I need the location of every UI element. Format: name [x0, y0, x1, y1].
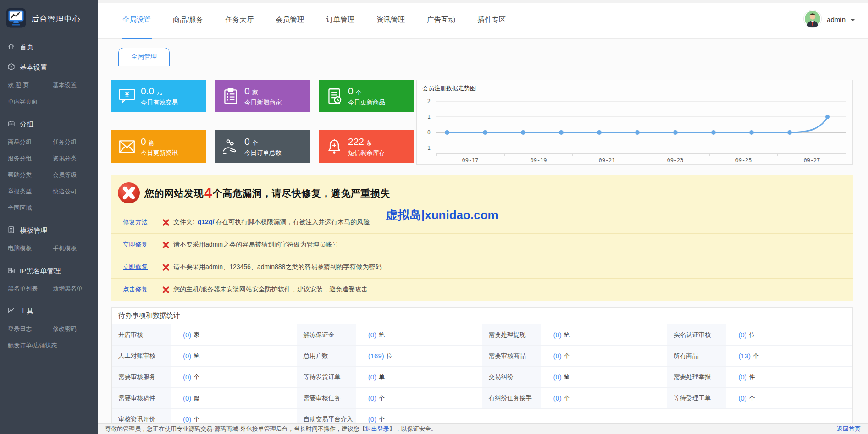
clipboard-icon [221, 87, 240, 106]
todo-row: 人工对账审核(0)笔 总用户数(169)位 需要审核商品(0)个 所有商品(13… [112, 345, 852, 366]
stat-label: 短信剩余库存 [348, 149, 385, 157]
sidebar-subitem[interactable]: 单内容页面 [8, 93, 53, 110]
nav-tab-orders[interactable]: 订单管理 [315, 0, 365, 39]
todo-title: 待办事项和数据统计 [112, 308, 852, 324]
sidebar-subitem[interactable]: 商品分组 [8, 134, 53, 150]
svg-text:¥: ¥ [125, 90, 129, 98]
fix-method-link[interactable]: 修复方法 [123, 218, 153, 226]
top-strip [98, 0, 868, 3]
stat-card-order-total: 0个 今日订单总数 [215, 130, 310, 163]
home-icon [7, 43, 15, 52]
stat-label: 今日更新资讯 [141, 149, 178, 157]
chart-title: 会员注册数据走势图 [417, 80, 852, 93]
todo-cell: 需要审核任务(0)个 [297, 388, 482, 408]
todo-row: 开店审核(0)家 解冻保证金(0)笔 需要处理提现(0)笔 实名认证审核(0)位 [112, 324, 852, 345]
nav-tab-global-settings[interactable]: 全局设置 [111, 0, 162, 39]
stat-value: 0.0 [141, 86, 154, 97]
sidebar-section-home[interactable]: 首页 [0, 37, 98, 57]
sidebar-subitem[interactable]: 举报类型 [8, 183, 53, 200]
sidebar-subitem[interactable]: 全国区域 [8, 200, 53, 216]
sidebar-subitem[interactable]: 新增黑名单 [53, 280, 98, 297]
sidebar-subitem[interactable]: 电脑模板 [8, 240, 53, 257]
file-icon [7, 226, 15, 235]
top-bar: 全局设置 商品/服务 任务大厅 会员管理 订单管理 资讯管理 广告互动 插件专区 [98, 0, 868, 39]
security-warning-panel: 您的网站发现4个高危漏洞，请尽快修复，避免严重损失 虚拟岛|xunidao.co… [111, 175, 853, 301]
cube-icon [7, 63, 15, 72]
logo-row: 后台管理中心 [0, 0, 98, 36]
click-fix-link[interactable]: 点击修复 [123, 286, 153, 294]
fix-now-link[interactable]: 立即修复 [123, 241, 153, 249]
trend-icon [7, 307, 15, 316]
watermark: 虚拟岛|xunidao.com [386, 207, 498, 223]
stat-value: 0 [348, 86, 354, 97]
sidebar-subitem[interactable]: 会员等级 [53, 167, 98, 183]
stat-value: 0 [244, 136, 250, 147]
tab-global-management[interactable]: 全局管理 [118, 48, 170, 66]
bell-plus-icon [325, 137, 344, 156]
sidebar-submenu-basic: 欢 迎 页 基本设置 单内容页面 [0, 77, 98, 114]
sidebar-section-groups[interactable]: 分组 [0, 114, 98, 134]
todo-cell: 实名认证审核(0)位 [667, 324, 852, 345]
todo-cell: 总用户数(169)位 [297, 346, 482, 366]
logout-link[interactable]: 退出登录 [365, 425, 389, 432]
nav-tab-ads[interactable]: 广告互动 [416, 0, 466, 39]
stat-label: 今日更新商品 [348, 99, 385, 107]
sidebar-submenu-tools: 登录日志 修改密码 触发订单/店铺状态 [0, 321, 98, 357]
member-chart-panel: 会员注册数据走势图 210-109-1709-1909-2109-2309-25… [416, 80, 853, 165]
red-x-icon [162, 286, 169, 293]
sidebar-subitem[interactable]: 资讯分类 [53, 150, 98, 167]
stat-value: 222 [348, 136, 364, 147]
nav-tab-news[interactable]: 资讯管理 [365, 0, 416, 39]
sidebar-submenu-templates: 电脑模板 手机模板 [0, 240, 98, 260]
sidebar-subitem[interactable]: 快递公司 [53, 183, 98, 200]
todo-cell: 交易纠纷(0)笔 [482, 367, 668, 387]
nav-tab-members[interactable]: 会员管理 [265, 0, 315, 39]
back-home-link[interactable]: 返回首页 [837, 425, 861, 433]
svg-text:09-19: 09-19 [530, 157, 547, 164]
sidebar-subitem[interactable]: 黑名单列表 [8, 280, 53, 297]
red-x-icon [162, 219, 169, 226]
sidebar-subitem[interactable]: 基本设置 [53, 77, 98, 93]
nav-tab-task-hall[interactable]: 任务大厅 [214, 0, 265, 39]
sidebar-subitem[interactable]: 修改密码 [53, 321, 98, 337]
svg-text:09-21: 09-21 [598, 157, 615, 164]
stat-card-sms-stock: 222条 短信剩余库存 [319, 130, 414, 163]
todo-cell: 等待发货订单(0)单 [297, 367, 482, 387]
fix-now-link[interactable]: 立即修复 [123, 263, 153, 271]
svg-text:09-27: 09-27 [803, 157, 820, 164]
sidebar-subitem[interactable]: 帮助分类 [8, 167, 53, 183]
svg-text:1: 1 [427, 114, 431, 120]
todo-cell: 所有商品(13)个 [667, 346, 852, 366]
sidebar-subitem[interactable]: 手机模板 [53, 240, 98, 257]
sidebar-section-tools[interactable]: 工具 [0, 301, 98, 321]
stat-card-updated-news: 0篇 今日更新资讯 [111, 130, 206, 163]
nav-tab-goods-services[interactable]: 商品/服务 [162, 0, 214, 39]
todo-cell: 需要审核稿件(0)篇 [112, 388, 297, 408]
warning-row: 立即修复 请不要采用admin之类的容易被猜到的字符做为管理员账号 [111, 233, 853, 256]
user-menu[interactable]: admin [803, 0, 855, 39]
sidebar-subitem[interactable]: 登录日志 [8, 321, 53, 337]
sidebar-submenu-blacklist: 黑名单列表 新增黑名单 [0, 280, 98, 301]
footer-bar: 尊敬的管理员，您正在使用专业源码交易-源码商城-外包接单管理后台，当长时间不操作… [98, 423, 868, 434]
svg-text:0: 0 [427, 129, 431, 136]
svg-text:09-23: 09-23 [667, 157, 683, 164]
stat-label: 今日有效交易 [141, 99, 178, 107]
todo-cell: 等待受理工单(0)个 [667, 388, 852, 408]
sidebar-subitem[interactable]: 服务分组 [8, 150, 53, 167]
svg-text:-1: -1 [424, 145, 431, 151]
stat-value: 0 [141, 136, 146, 147]
sidebar-subitem[interactable]: 触发订单/店铺状态 [8, 337, 98, 354]
sidebar-subitem[interactable]: 欢 迎 页 [8, 77, 53, 93]
sidebar-section-templates[interactable]: 模板管理 [0, 220, 98, 240]
sidebar-subitem[interactable]: 任务分组 [53, 134, 98, 150]
main-content: 全局管理 ¥ 0.0元 今日有效交易 [98, 39, 868, 434]
svg-text:09-25: 09-25 [735, 157, 752, 164]
sidebar-section-basic-settings[interactable]: 基本设置 [0, 57, 98, 77]
red-x-icon [162, 242, 169, 248]
sidebar-section-ip-blacklist[interactable]: IP黑名单管理 [0, 260, 98, 280]
todo-cell: 人工对账审核(0)笔 [112, 346, 297, 366]
nav-tab-plugins[interactable]: 插件专区 [466, 0, 517, 39]
warning-row: 点击修复 您的主机/服务器未安装网站安全防护软件，建议安装，避免遭受攻击 [111, 278, 853, 301]
sidebar: 后台管理中心 首页 基本设置 欢 迎 页 基本设置 单内容页面 [0, 0, 98, 434]
hand-coins-icon [221, 137, 240, 156]
